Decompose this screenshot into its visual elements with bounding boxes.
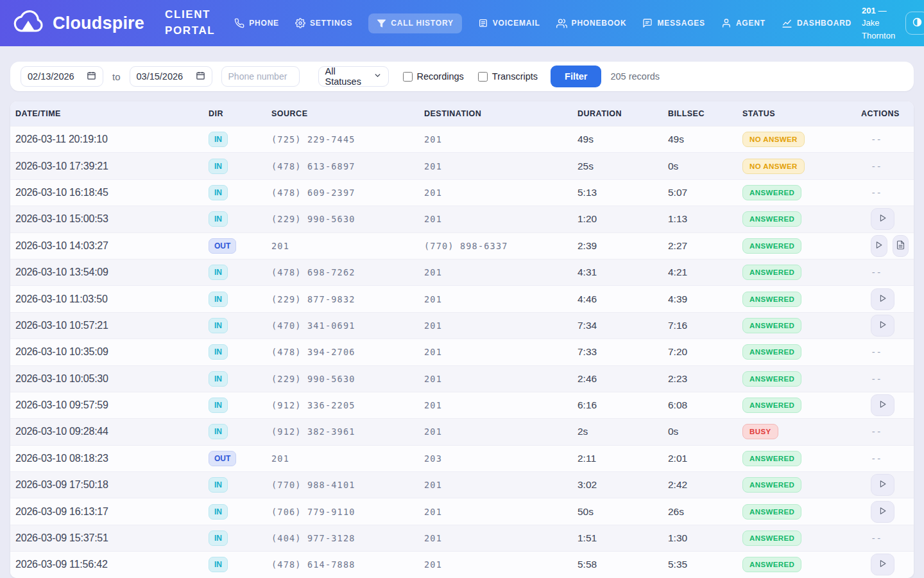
call-datetime: 2026-03-09 17:50:18 (15, 479, 209, 491)
call-direction: IN (209, 504, 271, 520)
no-actions-dash: -- (871, 134, 882, 144)
call-status: ANSWERED (742, 238, 861, 254)
no-actions-dash: -- (871, 533, 882, 543)
call-billsec: 0s (668, 426, 742, 437)
status-badge: ANSWERED (742, 211, 801, 227)
direction-badge: IN (209, 344, 228, 360)
date-from-value: 02/13/2026 (28, 71, 74, 82)
call-actions: -- (861, 426, 914, 437)
direction-badge: IN (209, 185, 228, 200)
call-status: ANSWERED (742, 557, 861, 572)
user-info: 201 — Jake Thornton (862, 4, 895, 42)
table-row: 2026-03-10 10:57:21IN(470) 341-06912017:… (10, 312, 914, 338)
call-datetime: 2026-03-11 20:19:10 (15, 134, 209, 145)
theme-toggle-button[interactable] (905, 12, 924, 35)
records-count: 205 records (610, 71, 660, 82)
nav-item-messages[interactable]: MESSAGES (642, 13, 705, 33)
table-row: 2026-03-09 15:37:51IN(404) 977-31282011:… (10, 525, 914, 551)
status-select-value: All Statuses (325, 66, 373, 87)
user-extension: 201 (862, 6, 876, 15)
play-recording-button[interactable] (871, 235, 887, 257)
nav-item-label: PHONEBOOK (572, 19, 627, 28)
status-badge: ANSWERED (742, 530, 801, 546)
call-destination: 201 (424, 214, 578, 224)
call-billsec: 49s (668, 134, 742, 145)
status-badge: ANSWERED (742, 265, 801, 280)
call-direction: IN (209, 159, 271, 174)
call-status: ANSWERED (742, 398, 861, 413)
call-actions: -- (861, 267, 914, 277)
phone-number-input[interactable] (221, 66, 300, 87)
direction-badge: IN (209, 159, 228, 174)
col-header-status: STATUS (742, 109, 861, 118)
call-duration: 5:13 (578, 187, 668, 198)
table-row: 2026-03-10 08:18:23OUT2012032:112:01ANSW… (10, 445, 914, 471)
play-recording-button[interactable] (871, 315, 894, 337)
call-actions: -- (861, 374, 914, 384)
play-recording-button[interactable] (871, 288, 894, 310)
play-icon (878, 559, 887, 570)
call-billsec: 7:20 (668, 346, 742, 358)
status-badge: ANSWERED (742, 477, 801, 493)
table-row: 2026-03-10 11:03:50IN(229) 877-98322014:… (10, 285, 914, 311)
call-source: (912) 382-3961 (271, 426, 424, 437)
date-to-input[interactable]: 03/15/2026 (130, 66, 212, 87)
date-from-input[interactable]: 02/13/2026 (21, 66, 103, 87)
play-recording-button[interactable] (871, 554, 894, 575)
transcripts-checkbox[interactable] (478, 72, 488, 82)
play-icon (874, 240, 884, 252)
table-row: 2026-03-10 10:05:30IN(229) 990-56302012:… (10, 365, 914, 392)
nav-item-settings[interactable]: SETTINGS (295, 13, 352, 33)
play-recording-button[interactable] (871, 208, 894, 230)
call-datetime: 2026-03-10 09:28:44 (15, 426, 209, 437)
table-row: 2026-03-10 13:54:09IN(478) 698-72622014:… (10, 259, 914, 285)
call-status: BUSY (742, 424, 861, 439)
call-actions (861, 394, 914, 416)
table-row: 2026-03-09 17:50:18IN(770) 988-41012013:… (10, 471, 914, 498)
call-duration: 2:46 (578, 373, 668, 385)
nav-item-dashboard[interactable]: DASHBOARD (782, 13, 851, 34)
no-actions-dash: -- (871, 267, 882, 277)
nav-item-agent[interactable]: AGENT (721, 13, 766, 33)
nav-item-call-history[interactable]: CALL HISTORY (368, 13, 461, 33)
nav-item-voicemail[interactable]: VOICEMAIL (478, 13, 540, 33)
call-direction: OUT (209, 451, 271, 466)
call-actions (861, 288, 914, 310)
nav-item-label: DASHBOARD (797, 19, 851, 28)
nav-item-phonebook[interactable]: PHONEBOOK (556, 13, 627, 34)
recordings-checkbox[interactable] (403, 72, 413, 82)
call-status: ANSWERED (742, 477, 861, 493)
status-select[interactable]: All Statuses (318, 66, 389, 87)
nav-item-phone[interactable]: PHONE (234, 13, 279, 33)
voicemail-icon (478, 18, 488, 28)
call-datetime: 2026-03-09 16:13:17 (15, 506, 209, 518)
dashboard-icon (782, 18, 792, 29)
play-recording-button[interactable] (871, 501, 894, 523)
call-actions: -- (861, 134, 914, 144)
filter-button[interactable]: Filter (551, 66, 601, 87)
call-billsec: 2:42 (668, 479, 742, 491)
col-header-date-time: DATE/TIME (15, 109, 209, 118)
call-direction: IN (209, 318, 271, 333)
call-destination: 201 (424, 134, 578, 144)
call-destination: 201 (424, 400, 578, 410)
direction-badge: IN (209, 424, 228, 439)
play-icon (878, 479, 887, 491)
play-recording-button[interactable] (871, 394, 894, 416)
chevron-down-icon (373, 71, 382, 82)
call-actions: -- (861, 188, 914, 198)
transcript-button[interactable] (893, 235, 909, 257)
status-badge: ANSWERED (742, 398, 801, 413)
call-duration: 7:33 (578, 346, 668, 358)
call-billsec: 0s (668, 161, 742, 172)
play-recording-button[interactable] (871, 474, 894, 496)
messages-icon (642, 18, 653, 28)
call-datetime: 2026-03-10 11:03:50 (15, 293, 209, 305)
user-separator: — (878, 6, 886, 15)
recordings-label[interactable]: Recordings (417, 71, 464, 82)
no-actions-dash: -- (871, 374, 882, 384)
transcripts-label[interactable]: Transcripts (492, 71, 538, 82)
call-billsec: 4:21 (668, 267, 742, 278)
main-nav: PHONESETTINGSCALL HISTORYVOICEMAILPHONEB… (234, 13, 851, 34)
brand-logo[interactable]: Cloudspire (10, 8, 144, 39)
